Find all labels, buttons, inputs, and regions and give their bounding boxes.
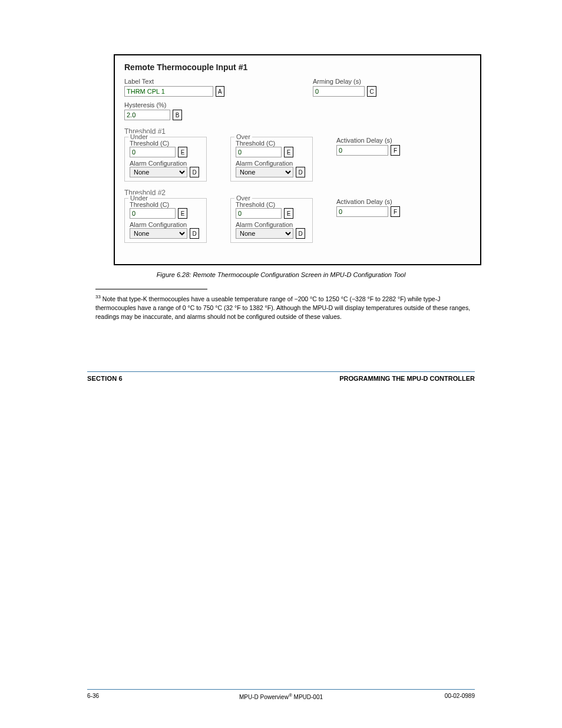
footer-left: 6-36 — [87, 693, 99, 699]
document-page: Remote Thermocouple Input #1 Label Text … — [0, 0, 562, 728]
annotation-e-2u: E — [178, 208, 187, 219]
threshold-1-under-threshold-input[interactable] — [130, 147, 176, 157]
threshold-1-over-alarm-select[interactable]: None — [236, 167, 293, 177]
threshold-1-under-alarm-select[interactable]: None — [130, 167, 187, 177]
threshold-1-over-threshold-label: Threshold (C) — [236, 140, 308, 147]
label-text-label: Label Text — [124, 78, 224, 85]
threshold-2-activation-label: Activation Delay (s) — [336, 198, 425, 205]
threshold-1-under-legend: Under — [128, 133, 150, 140]
footnote-body: Note that type-K thermocouples have a us… — [95, 295, 470, 320]
threshold-1-over-legend: Over — [234, 133, 252, 140]
footnote-text: 33 Note that type-K thermocouples have a… — [95, 294, 472, 321]
hysteresis-label: Hysteresis (%) — [124, 101, 224, 108]
annotation-e-1o: E — [284, 147, 293, 157]
annotation-b: B — [173, 110, 182, 120]
threshold-2-over-threshold-input[interactable] — [236, 208, 282, 219]
threshold-1-under-threshold-label: Threshold (C) — [130, 140, 201, 147]
label-text-input[interactable] — [124, 86, 213, 97]
section-heading-right: PROGRAMMING THE MPU-D CONTROLLER — [339, 375, 475, 382]
threshold-2-under-legend: Under — [128, 195, 150, 202]
arming-delay-input[interactable] — [313, 86, 365, 97]
annotation-f-1: F — [391, 145, 400, 156]
threshold-1-over-alarm-label: Alarm Configuration — [236, 160, 308, 167]
threshold-1-activation-label: Activation Delay (s) — [336, 137, 425, 144]
threshold-2-under-group: Under Threshold (C) E Alarm Configuratio… — [124, 198, 207, 243]
annotation-e-1u: E — [178, 147, 187, 157]
section-rule — [87, 371, 475, 372]
panel-title: Remote Thermocouple Input #1 — [124, 62, 471, 72]
annotation-f-2: F — [391, 206, 400, 217]
threshold-2-over-alarm-label: Alarm Configuration — [236, 221, 308, 228]
footer-center: MPU-D Powerview® MPUD-001 — [239, 693, 323, 700]
threshold-1-title: Threshold #1 — [124, 127, 471, 136]
footer-right: 00-02-0989 — [445, 693, 475, 699]
hysteresis-input[interactable] — [124, 110, 170, 120]
threshold-2-over-legend: Over — [234, 195, 252, 202]
footnote-rule — [95, 289, 207, 289]
annotation-c: C — [367, 86, 376, 97]
threshold-2-over-threshold-label: Threshold (C) — [236, 201, 308, 208]
annotation-d-2o: D — [296, 228, 305, 239]
config-screenshot: Remote Thermocouple Input #1 Label Text … — [114, 54, 481, 265]
footer-center-suffix: MPUD-001 — [292, 694, 323, 700]
threshold-2-under-alarm-select[interactable]: None — [130, 228, 187, 239]
section-heading-left: SECTION 6 — [87, 375, 123, 382]
threshold-2-over-group: Over Threshold (C) E Alarm Configuration… — [230, 198, 313, 243]
footnote-marker: 33 — [95, 294, 101, 299]
threshold-2-activation-input[interactable] — [336, 206, 388, 217]
threshold-2-under-threshold-input[interactable] — [130, 208, 176, 219]
footer-rule — [87, 689, 475, 690]
footer-center-prefix: MPU-D Powerview — [239, 694, 289, 700]
threshold-2-under-threshold-label: Threshold (C) — [130, 201, 201, 208]
threshold-2-under-alarm-label: Alarm Configuration — [130, 221, 201, 228]
threshold-1-activation-input[interactable] — [336, 145, 388, 156]
threshold-1-under-alarm-label: Alarm Configuration — [130, 160, 201, 167]
annotation-d-1o: D — [296, 167, 305, 177]
annotation-e-2o: E — [284, 208, 293, 219]
annotation-a: A — [216, 86, 224, 97]
threshold-2-title: Threshold #2 — [124, 189, 471, 197]
figure-caption: Figure 6.28: Remote Thermocouple Configu… — [104, 271, 458, 278]
annotation-d-1u: D — [190, 167, 199, 177]
annotation-d-2u: D — [190, 228, 199, 239]
arming-delay-label: Arming Delay (s) — [313, 78, 395, 85]
threshold-1-over-threshold-input[interactable] — [236, 147, 282, 157]
threshold-2-over-alarm-select[interactable]: None — [236, 228, 293, 239]
threshold-1-under-group: Under Threshold (C) E Alarm Configuratio… — [124, 137, 207, 182]
threshold-1-over-group: Over Threshold (C) E Alarm Configuration… — [230, 137, 313, 182]
